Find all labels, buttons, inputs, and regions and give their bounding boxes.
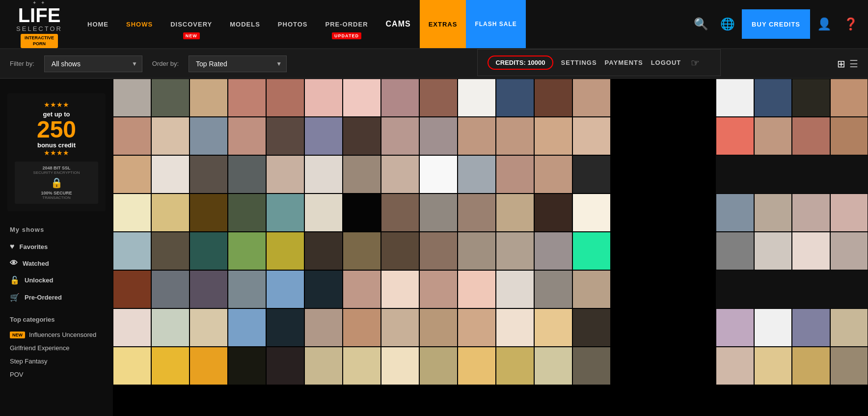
sidebar-pre-ordered[interactable]: 🛒 Pre-Ordered [0,289,113,306]
thumb[interactable] [151,155,190,194]
thumb[interactable] [343,194,381,232]
payments-link[interactable]: PAYMENTS [605,59,643,66]
thumb[interactable] [343,347,381,385]
thumb[interactable] [419,232,458,270]
thumb[interactable] [190,232,228,270]
thumb[interactable] [343,270,381,308]
thumb[interactable] [572,232,611,270]
thumb[interactable] [190,194,228,232]
thumb[interactable] [190,79,228,117]
thumb[interactable] [266,155,304,194]
thumb[interactable] [381,155,419,194]
thumb[interactable] [266,79,304,117]
thumb[interactable] [496,117,534,155]
thumb[interactable] [228,347,266,385]
filter-by-select[interactable]: All shows [44,55,142,72]
thumb[interactable] [754,117,792,155]
credits-display[interactable]: CREDITS: 10000 [488,55,553,70]
thumb[interactable] [534,232,572,270]
thumb[interactable] [343,117,381,155]
thumb[interactable] [458,155,496,194]
help-icon[interactable]: ❓ [839,9,863,39]
thumb[interactable] [381,308,419,347]
thumb[interactable] [228,308,266,347]
logo[interactable]: ✦ ✦ LIFE SELECTOR INTERACTIVEPORN [0,0,79,52]
thumb[interactable] [304,194,343,232]
thumb[interactable] [113,232,151,270]
thumb[interactable] [304,79,343,117]
thumb[interactable] [754,347,792,385]
thumb[interactable] [381,232,419,270]
user-icon[interactable]: 👤 [812,9,837,39]
thumb[interactable] [716,232,754,270]
thumb[interactable] [343,79,381,117]
thumb[interactable] [266,117,304,155]
thumb[interactable] [381,347,419,385]
nav-extras[interactable]: EXTRAS [420,0,466,48]
thumb[interactable] [792,347,830,385]
thumb[interactable] [151,232,190,270]
thumb[interactable] [716,347,754,385]
category-influencers[interactable]: NEW Influencers Uncensored [0,328,113,341]
thumb[interactable] [830,194,868,232]
thumb[interactable] [113,155,151,194]
thumb[interactable] [496,270,534,308]
thumb[interactable] [266,194,304,232]
thumb[interactable] [113,347,151,385]
thumb[interactable] [304,308,343,347]
thumb[interactable] [419,194,458,232]
thumb[interactable] [458,347,496,385]
thumb[interactable] [830,232,868,270]
thumb[interactable] [458,270,496,308]
thumb[interactable] [228,194,266,232]
thumb[interactable] [534,117,572,155]
thumb[interactable] [534,270,572,308]
thumb[interactable] [754,232,792,270]
thumb[interactable] [716,308,754,347]
thumb[interactable] [228,155,266,194]
thumb[interactable] [113,194,151,232]
thumb[interactable] [343,155,381,194]
thumb[interactable] [754,194,792,232]
thumb[interactable] [419,79,458,117]
thumb[interactable] [419,270,458,308]
thumb[interactable] [266,270,304,308]
thumb[interactable] [419,155,458,194]
thumb[interactable] [572,308,611,347]
thumb[interactable] [113,117,151,155]
nav-home[interactable]: HOME [79,0,117,48]
thumb[interactable] [113,308,151,347]
thumb[interactable] [151,270,190,308]
thumb[interactable] [496,79,534,117]
thumb[interactable] [228,232,266,270]
thumb[interactable] [716,79,754,117]
nav-models[interactable]: MODELS [221,0,269,48]
grid-view-button[interactable]: ⊞ [837,58,845,70]
nav-photos[interactable]: PHOTOS [269,0,317,48]
thumb[interactable] [266,347,304,385]
thumb[interactable] [458,308,496,347]
thumb[interactable] [754,79,792,117]
thumb[interactable] [113,270,151,308]
thumb[interactable] [151,117,190,155]
thumb[interactable] [496,155,534,194]
thumb[interactable] [830,347,868,385]
thumb[interactable] [830,308,868,347]
thumb[interactable] [304,270,343,308]
thumb[interactable] [419,308,458,347]
thumb[interactable] [113,79,151,117]
thumb[interactable] [381,117,419,155]
thumb[interactable] [304,347,343,385]
thumb[interactable] [151,347,190,385]
thumb[interactable] [458,79,496,117]
settings-link[interactable]: SETTINGS [561,59,597,66]
thumb[interactable] [381,270,419,308]
thumb[interactable] [792,117,830,155]
thumb[interactable] [190,270,228,308]
sidebar-favorites[interactable]: ♥ Favorites [0,238,113,255]
thumb[interactable] [304,232,343,270]
thumb[interactable] [228,79,266,117]
category-girlfriend[interactable]: Girlfriend Experience [0,341,113,355]
thumb[interactable] [190,155,228,194]
thumb[interactable] [266,308,304,347]
